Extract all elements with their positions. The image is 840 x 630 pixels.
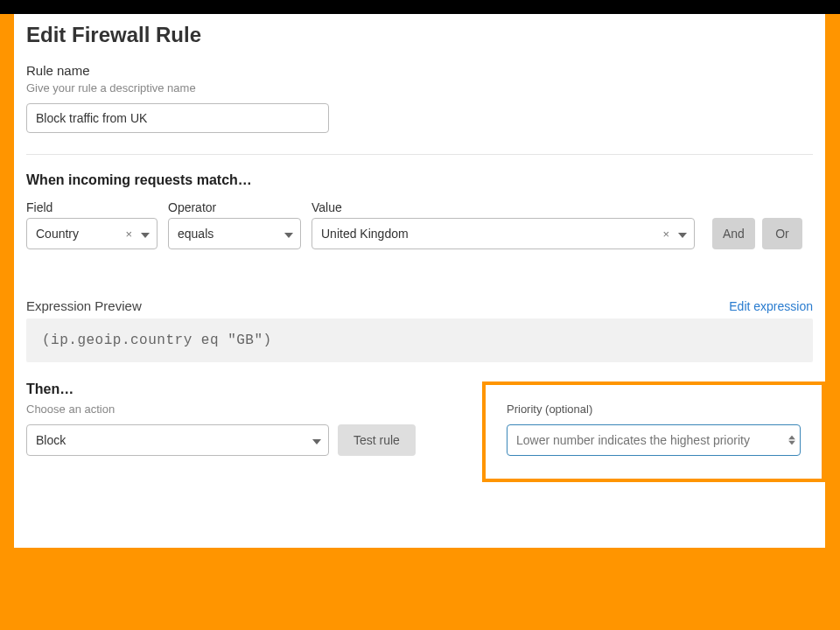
operator-select[interactable]: equals	[168, 218, 301, 249]
edit-firewall-rule-page: Edit Firewall Rule Rule name Give your r…	[14, 14, 825, 548]
value-label: Value	[312, 200, 695, 214]
action-hint: Choose an action	[26, 402, 416, 416]
match-heading: When incoming requests match…	[26, 172, 813, 188]
chevron-down-icon	[312, 433, 321, 447]
priority-input[interactable]	[507, 424, 801, 456]
value-select-value: United Kingdom	[321, 227, 409, 241]
then-heading: Then…	[26, 382, 416, 397]
field-select-value: Country	[36, 227, 79, 241]
priority-highlight-box: Priority (optional)	[482, 382, 825, 482]
value-select[interactable]: United Kingdom ×	[312, 218, 695, 249]
field-label: Field	[26, 200, 158, 214]
chevron-down-icon	[678, 227, 687, 241]
rule-name-input[interactable]	[26, 103, 329, 133]
priority-label: Priority (optional)	[507, 402, 801, 416]
divider	[26, 154, 813, 155]
operator-select-value: equals	[178, 227, 214, 241]
top-black-bar	[0, 0, 840, 14]
chevron-down-icon	[284, 227, 293, 241]
edit-expression-link[interactable]: Edit expression	[729, 299, 813, 313]
value-clear-icon[interactable]: ×	[662, 228, 669, 241]
condition-row: Field Country × Operator equals Value Un…	[26, 200, 813, 249]
expression-preview-box: (ip.geoip.country eq "GB")	[26, 318, 813, 362]
rule-name-hint: Give your rule a descriptive name	[26, 81, 813, 94]
and-button[interactable]: And	[712, 218, 755, 249]
field-clear-icon[interactable]: ×	[125, 228, 132, 241]
field-select[interactable]: Country ×	[26, 218, 158, 249]
page-title: Edit Firewall Rule	[26, 23, 813, 47]
chevron-down-icon	[141, 227, 150, 241]
expression-preview-label: Expression Preview	[26, 298, 142, 313]
action-select-value: Block	[36, 433, 66, 447]
or-button[interactable]: Or	[762, 218, 802, 249]
test-rule-button[interactable]: Test rule	[338, 424, 416, 456]
rule-name-label: Rule name	[26, 63, 813, 78]
operator-label: Operator	[168, 200, 301, 214]
action-select[interactable]: Block	[26, 424, 329, 456]
